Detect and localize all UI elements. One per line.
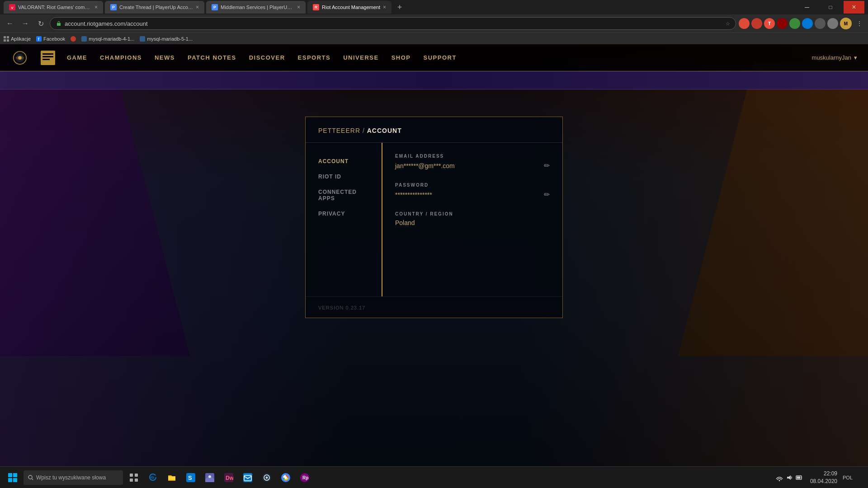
panel-sidebar: ACCOUNT RIOT ID CONNECTED APPS PRIVACY	[306, 143, 382, 296]
taskbar-chrome[interactable]	[277, 469, 295, 487]
version-text: VERSION 0.23.17	[318, 305, 365, 310]
taskbar-photos[interactable]	[201, 469, 219, 487]
taskbar-store[interactable]: S	[182, 469, 200, 487]
svg-rect-15	[41, 51, 55, 65]
country-value: Poland	[395, 219, 415, 226]
sidebar-item-connected-apps[interactable]: CONNECTED APPS	[306, 184, 382, 206]
back-button[interactable]: ←	[4, 17, 16, 30]
toolbar-icon-6[interactable]	[802, 18, 813, 29]
page-content: GAME CHAMPIONS NEWS PATCH NOTES DISCOVER…	[0, 44, 868, 488]
svg-text:V: V	[11, 6, 14, 10]
sidebar-item-privacy[interactable]: PRIVACY	[306, 206, 382, 221]
taskbar-edge[interactable]	[144, 469, 162, 487]
nav-user-menu[interactable]: muskularnyJan ▾	[812, 54, 857, 61]
tab-close-valorant[interactable]: ×	[94, 4, 98, 10]
nav-item-game[interactable]: GAME	[67, 52, 87, 63]
reload-button[interactable]: ↻	[34, 17, 47, 30]
email-label: EMAIL ADDRESS	[395, 154, 550, 159]
bookmark-red[interactable]	[71, 36, 76, 42]
toolbar-icon-2[interactable]	[751, 18, 762, 29]
network-icon	[776, 474, 783, 481]
email-field-group: EMAIL ADDRESS jan******@gm***.com ✏	[395, 154, 550, 170]
main-content: PETTEEERR / ACCOUNT ACCOUNT RIOT ID CONN…	[0, 89, 868, 318]
bookmark-facebook[interactable]: f Facebook	[36, 36, 65, 42]
toolbar-icon-1[interactable]	[739, 18, 750, 29]
tab-close-playerup1[interactable]: ×	[196, 4, 199, 10]
tab-playerup1[interactable]: P Create Thread | PlayerUp Accou... ×	[105, 1, 204, 14]
sidebar-item-riot-id[interactable]: RIOT ID	[306, 169, 382, 184]
taskbar-time: 22:09	[824, 470, 837, 478]
apps-icon	[4, 36, 9, 42]
tab-close-riot[interactable]: ×	[383, 4, 386, 10]
svg-point-45	[778, 480, 780, 481]
toolbar-icon-7[interactable]	[815, 18, 826, 29]
taskbar-search-text: Wpisz tu wyszukiwane słowa	[36, 474, 106, 481]
taskbar-app-other[interactable]: Rp	[296, 469, 314, 487]
nav-secondary-logo[interactable]	[40, 50, 56, 66]
taskbar-mail[interactable]	[239, 469, 257, 487]
user-avatar-icon[interactable]: M	[840, 18, 852, 29]
bookmark-mariadb2[interactable]: mysql-mariadb-5-1...	[140, 36, 193, 42]
svg-point-39	[266, 476, 268, 479]
nav-item-universe[interactable]: UNIVERSE	[343, 52, 378, 63]
volume-icon	[786, 474, 793, 481]
toolbar-icon-8[interactable]	[827, 18, 838, 29]
toolbar-icon-3[interactable]: T	[764, 18, 775, 29]
taskbar-search-box[interactable]: Wpisz tu wyszukiwane słowa	[24, 470, 123, 485]
tab-add-button[interactable]: +	[393, 1, 406, 14]
forward-button[interactable]: →	[19, 17, 32, 30]
bookmarks-bar: Aplikacje f Facebook mysql-mariadb-4-1..…	[0, 33, 868, 44]
address-star[interactable]: ☆	[726, 21, 730, 27]
nav-item-discover[interactable]: DISCOVER	[249, 52, 285, 63]
breadcrumb-user: PETTEEERR	[318, 127, 360, 134]
window-minimize[interactable]: ─	[797, 1, 817, 14]
window-maximize[interactable]: □	[820, 1, 841, 14]
nav-user-chevron: ▾	[854, 54, 857, 61]
more-options-button[interactable]: ⋮	[854, 20, 864, 27]
email-edit-button[interactable]: ✏	[544, 161, 550, 170]
svg-rect-19	[8, 473, 12, 477]
nav-item-support[interactable]: SUPPORT	[424, 52, 457, 63]
nav-item-esports[interactable]: ESPORTS	[298, 52, 331, 63]
taskbar-task-view[interactable]	[125, 469, 143, 487]
nav-item-shop[interactable]: SHOP	[392, 52, 411, 63]
taskbar-steam[interactable]	[258, 469, 276, 487]
panel-main: EMAIL ADDRESS jan******@gm***.com ✏ PASS…	[382, 143, 562, 296]
taskbar-clock-group: 22:09 08.04.2020	[810, 470, 837, 485]
nav-item-patchnotes[interactable]: PATCH NOTES	[188, 52, 236, 63]
svg-point-8	[71, 36, 76, 42]
panel-body: ACCOUNT RIOT ID CONNECTED APPS PRIVACY E…	[306, 143, 562, 296]
window-close[interactable]: ×	[844, 1, 864, 14]
toolbar-icon-5[interactable]	[789, 18, 800, 29]
nav-item-news[interactable]: NEWS	[155, 52, 175, 63]
tab-favicon-playerup1: P	[110, 4, 117, 10]
tab-playerup2[interactable]: P Middleman Services | PlayerUp A... ×	[206, 1, 306, 14]
start-button[interactable]	[4, 469, 22, 487]
language-indicator: POL	[843, 475, 853, 480]
bookmark-aplikacje[interactable]: Aplikacje	[4, 36, 31, 42]
tab-valorant[interactable]: V VALORANT: Riot Games' compe... ×	[4, 1, 103, 14]
system-tray: 22:09 08.04.2020 POL	[776, 470, 864, 485]
svg-rect-26	[135, 474, 138, 477]
notification-panel-button[interactable]	[858, 472, 864, 483]
tab-label-riot: Riot Account Management	[322, 5, 380, 10]
bookmark-mariadb1[interactable]: mysql-mariadb-4-1...	[81, 36, 134, 42]
password-edit-button[interactable]: ✏	[544, 190, 550, 199]
breadcrumb-sep: /	[360, 127, 367, 134]
account-panel: PETTEEERR / ACCOUNT ACCOUNT RIOT ID CONN…	[305, 117, 563, 318]
tab-favicon-playerup2: P	[212, 4, 218, 10]
breadcrumb: PETTEEERR / ACCOUNT	[318, 127, 550, 134]
address-bar[interactable]: account.riotgames.com/account ☆	[50, 17, 736, 30]
tab-riot-account[interactable]: R Riot Account Management ×	[307, 1, 392, 14]
svg-rect-4	[4, 39, 6, 42]
taskbar-app-5[interactable]: Dw	[220, 469, 238, 487]
hero-strip	[0, 71, 868, 89]
taskbar-file-explorer[interactable]	[163, 469, 181, 487]
toolbar-icon-4[interactable]	[777, 18, 788, 29]
tab-close-playerup2[interactable]: ×	[297, 4, 300, 10]
battery-icon	[796, 474, 803, 481]
lol-logo[interactable]	[11, 49, 29, 67]
svg-rect-22	[13, 478, 17, 482]
sidebar-item-account[interactable]: ACCOUNT	[306, 154, 382, 169]
nav-item-champions[interactable]: CHAMPIONS	[100, 52, 142, 63]
